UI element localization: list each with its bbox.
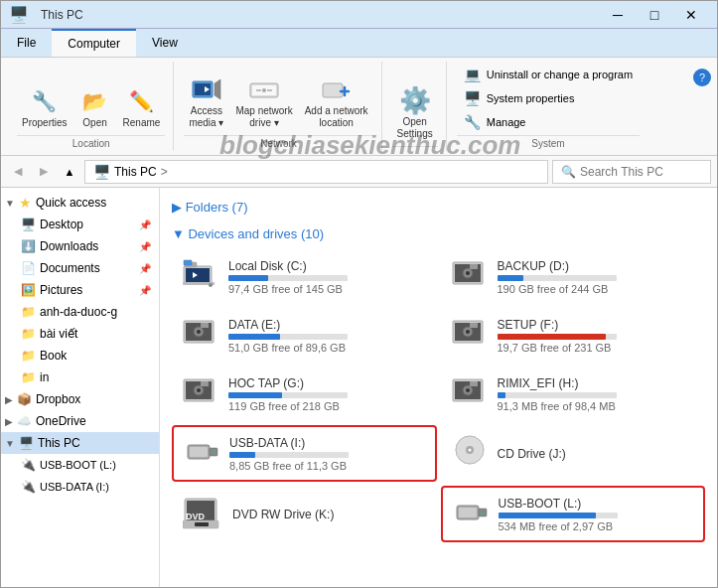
window-controls: ─ □ ✕ [600, 3, 709, 27]
drive-backup-d[interactable]: BACKUP (D:) 190 GB free of 244 GB [441, 249, 706, 304]
drive-i-bar [229, 452, 255, 458]
maximize-button[interactable]: □ [637, 3, 672, 27]
tab-file[interactable]: File [1, 29, 52, 57]
settings-label: Open Settings [397, 116, 433, 140]
pictures-icon: 🖼️ [21, 283, 36, 297]
drive-c-free: 97,4 GB free of 145 GB [228, 283, 426, 295]
svg-rect-53 [459, 508, 477, 517]
svg-rect-28 [470, 323, 478, 328]
tab-computer[interactable]: Computer [52, 29, 136, 57]
open-label: Open [82, 117, 106, 129]
bai-viet-icon: 📁 [21, 327, 36, 341]
map-drive-label: Map network drive ▾ [235, 105, 292, 129]
system-props-button[interactable]: 🖥️ System properties [457, 87, 640, 109]
drive-k-icon: DVD [183, 497, 222, 532]
manage-button[interactable]: 🔧 Manage [457, 111, 640, 133]
help-button[interactable]: ? [693, 69, 711, 86]
drive-data-e[interactable]: DATA (E:) 51,0 GB free of 89,6 GB [172, 308, 437, 363]
add-location-button[interactable]: Add a network location [300, 70, 373, 133]
svg-text:DVD: DVD [186, 512, 206, 521]
map-drive-icon [248, 74, 280, 105]
quick-access-chevron: ▼ [5, 198, 15, 209]
drive-j-name: CD Drive (J:) [498, 447, 695, 461]
settings-icon: ⚙️ [399, 84, 431, 116]
drive-e-name: DATA (E:) [228, 318, 426, 332]
drive-k-name: DVD RW Drive (K:) [232, 508, 426, 521]
drive-e-bar [228, 334, 280, 340]
open-button[interactable]: 📂 Open [74, 81, 116, 133]
sidebar-item-bai-viet[interactable]: 📁 bài viết [1, 323, 159, 345]
bai-viet-label: bài viết [40, 327, 77, 341]
onedrive-section[interactable]: ▶ ☁️ OneDrive [1, 410, 159, 432]
in-label: in [40, 370, 49, 384]
access-media-label: Access media ▾ [189, 105, 223, 129]
folders-header[interactable]: ▶ Folders (7) [172, 196, 705, 219]
svg-rect-40 [190, 447, 208, 457]
search-box[interactable]: 🔍 [552, 160, 711, 184]
drive-f-info: SETUP (F:) 19,7 GB free of 231 GB [498, 318, 695, 354]
drive-dvd-k[interactable]: DVD DVD RW Drive (K:) [172, 486, 437, 542]
drive-cd-j[interactable]: CD Drive (J:) [441, 425, 706, 482]
sidebar-item-documents[interactable]: 📄 Documents 📌 [1, 257, 159, 279]
path-thispc: This PC [114, 165, 157, 179]
devices-header[interactable]: ▼ Devices and drives (10) [172, 222, 705, 245]
drive-d-free: 190 GB free of 244 GB [498, 283, 695, 295]
dropbox-label: Dropbox [36, 392, 80, 406]
quick-access-star-icon: ★ [19, 195, 32, 211]
ribbon-group-system: 💻 Uninstall or change a program 🖥️ Syste… [449, 62, 647, 151]
dropbox-icon: 📦 [17, 392, 32, 406]
drive-h-bar-container [498, 392, 617, 398]
drive-hoc-tap-g[interactable]: HOC TAP (G:) 119 GB free of 218 GB [172, 367, 437, 421]
address-path[interactable]: 🖥️ This PC > [84, 160, 548, 184]
drive-c-icon [183, 258, 218, 295]
thispc-section[interactable]: ▼ 🖥️ This PC [1, 432, 159, 454]
svg-point-45 [468, 449, 471, 452]
sidebar-item-anh[interactable]: 📁 anh-da-duoc-g [1, 301, 159, 323]
back-button[interactable]: ◀ [7, 161, 29, 183]
sidebar-item-in[interactable]: 📁 in [1, 367, 159, 388]
drive-local-c[interactable]: Local Disk (C:) 97,4 GB free of 145 GB [172, 249, 437, 304]
drive-h-name: RIMIX_EFI (H:) [498, 376, 695, 390]
close-button[interactable]: ✕ [673, 3, 709, 27]
up-button[interactable]: ▲ [59, 161, 80, 183]
usbdata-icon: 🔌 [21, 480, 36, 494]
address-bar: ◀ ▶ ▲ 🖥️ This PC > 🔍 [1, 156, 717, 188]
drive-setup-f[interactable]: SETUP (F:) 19,7 GB free of 231 GB [441, 308, 706, 363]
drive-e-info: DATA (E:) 51,0 GB free of 89,6 GB [228, 318, 426, 354]
drive-usb-boot-l[interactable]: USB-BOOT (L:) 534 MB free of 2,97 GB [441, 486, 706, 542]
sidebar-item-desktop[interactable]: 🖥️ Desktop 📌 [1, 214, 159, 235]
drive-l-info: USB-BOOT (L:) 534 MB free of 2,97 GB [499, 497, 694, 532]
sidebar-item-downloads[interactable]: ⬇️ Downloads 📌 [1, 235, 159, 257]
add-location-icon [321, 74, 353, 105]
sidebar-item-book[interactable]: 📁 Book [1, 345, 159, 367]
rename-button[interactable]: ✏️ Rename [118, 81, 166, 133]
drive-f-bar [498, 334, 606, 340]
svg-point-22 [197, 330, 201, 334]
map-drive-button[interactable]: Map network drive ▾ [230, 70, 297, 133]
properties-label: Properties [22, 117, 68, 129]
drive-f-name: SETUP (F:) [498, 318, 695, 332]
desktop-pin-icon: 📌 [139, 220, 151, 230]
drives-section: Local Disk (C:) 97,4 GB free of 145 GB [172, 245, 705, 546]
properties-button[interactable]: 🔧 Properties [17, 81, 72, 133]
search-input[interactable] [580, 165, 702, 179]
ribbon-group-location: 🔧 Properties 📂 Open ✏️ Rename Location [9, 62, 174, 151]
sidebar: ▼ ★ Quick access 🖥️ Desktop 📌 ⬇️ Downloa… [1, 188, 160, 588]
access-media-button[interactable]: Access media ▾ [184, 70, 228, 133]
minimize-button[interactable]: ─ [600, 3, 636, 27]
drive-usb-data-i[interactable]: USB-DATA (I:) 8,85 GB free of 11,3 GB [172, 425, 437, 482]
sidebar-item-usbdata[interactable]: 🔌 USB-DATA (I:) [1, 476, 159, 498]
open-settings-button[interactable]: ⚙️ Open Settings [392, 80, 438, 144]
forward-button[interactable]: ▶ [33, 161, 55, 183]
sidebar-item-pictures[interactable]: 🖼️ Pictures 📌 [1, 279, 159, 301]
uninstall-button[interactable]: 💻 Uninstall or change a program [457, 64, 640, 85]
dropbox-section[interactable]: ▶ 📦 Dropbox [1, 388, 159, 410]
drive-i-info: USB-DATA (I:) 8,85 GB free of 11,3 GB [229, 436, 425, 472]
sidebar-item-usbboot[interactable]: 🔌 USB-BOOT (L:) [1, 454, 159, 476]
tab-view[interactable]: View [136, 29, 194, 57]
sys-props-label: System properties [487, 92, 575, 104]
drive-rimix-h[interactable]: RIMIX_EFI (H:) 91,3 MB free of 98,4 MB [441, 367, 706, 421]
quick-access-section[interactable]: ▼ ★ Quick access [1, 192, 159, 214]
svg-rect-6 [323, 83, 343, 97]
ribbon-tabs: File Computer View ? [1, 29, 717, 58]
